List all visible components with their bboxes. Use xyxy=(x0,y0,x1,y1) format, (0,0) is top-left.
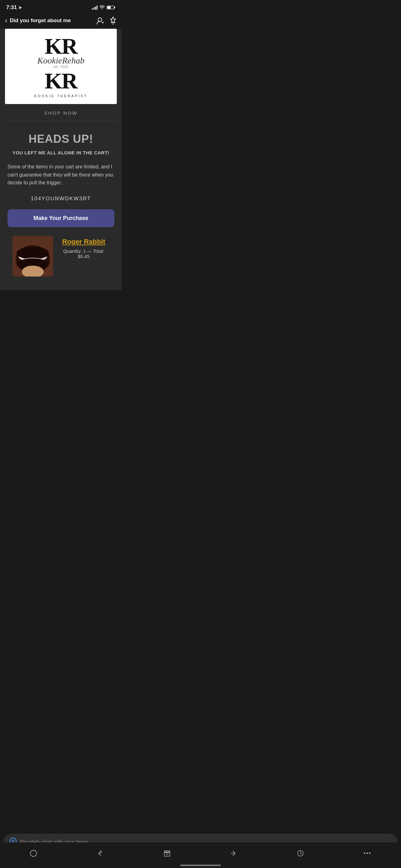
status-icons xyxy=(92,5,115,10)
shop-now-section: SHOP NOW xyxy=(0,104,122,121)
logo-est: est. 2021 xyxy=(53,65,69,68)
logo-section: KR KookieRehab est. 2021 KR KOOKIE THERA… xyxy=(5,29,117,104)
wifi-icon xyxy=(99,5,105,10)
svg-rect-1 xyxy=(114,7,115,8)
logo-script-name: KookieRehab xyxy=(37,56,85,65)
logo-tagline: KOOKIE THERAPIST xyxy=(34,94,88,98)
shop-now-label[interactable]: SHOP NOW xyxy=(44,110,77,116)
logo-bottom-letters: KR xyxy=(45,70,77,92)
email-content: KR KookieRehab est. 2021 KR KOOKIE THERA… xyxy=(0,29,122,290)
logo-container: KR KookieRehab est. 2021 KR KOOKIE THERA… xyxy=(11,35,110,98)
heads-up-subtitle: YOU LEFT ME ALL ALONE IN THE CART! xyxy=(7,150,114,155)
product-image xyxy=(12,236,53,277)
heads-up-title: HEADS UP! xyxy=(7,132,114,146)
time-display: 7:31 xyxy=(6,4,17,11)
product-name[interactable]: Roger Rabbit xyxy=(58,238,109,246)
nav-left: ‹ Did you forget about me xyxy=(5,17,71,25)
svg-point-16 xyxy=(29,248,31,251)
svg-point-15 xyxy=(37,250,38,252)
promo-code: 104YOUNWDKW3RT xyxy=(7,195,114,202)
location-arrow-icon: ➤ xyxy=(19,5,22,10)
svg-point-14 xyxy=(24,251,26,253)
svg-rect-2 xyxy=(107,6,110,8)
make-purchase-button[interactable]: Make Your Purchase xyxy=(7,209,114,227)
svg-point-3 xyxy=(98,18,102,22)
pin-icon[interactable] xyxy=(109,16,117,25)
back-button[interactable]: ‹ xyxy=(5,17,7,25)
product-info: Roger Rabbit Quantity: 1 — Total: $5.45 xyxy=(58,236,109,259)
status-bar: 7:31 ➤ xyxy=(0,0,122,14)
signal-bars-icon xyxy=(92,5,97,10)
logo-top-letters: KR xyxy=(45,35,77,58)
battery-icon xyxy=(107,5,115,10)
add-contact-icon[interactable] xyxy=(96,16,104,25)
svg-point-17 xyxy=(40,253,41,255)
heads-up-body: Some of the items in your cart are limit… xyxy=(7,163,114,187)
product-details: Quantity: 1 — Total: $5.45 xyxy=(58,248,109,259)
email-nav: ‹ Did you forget about me xyxy=(0,14,122,29)
email-subject: Did you forget about me xyxy=(10,18,71,24)
svg-point-10 xyxy=(16,247,49,259)
heads-up-section: HEADS UP! YOU LEFT ME ALL ALONE IN THE C… xyxy=(0,121,122,290)
product-section: Roger Rabbit Quantity: 1 — Total: $5.45 xyxy=(7,236,114,283)
status-time: 7:31 ➤ xyxy=(6,4,22,11)
nav-right xyxy=(96,16,117,25)
